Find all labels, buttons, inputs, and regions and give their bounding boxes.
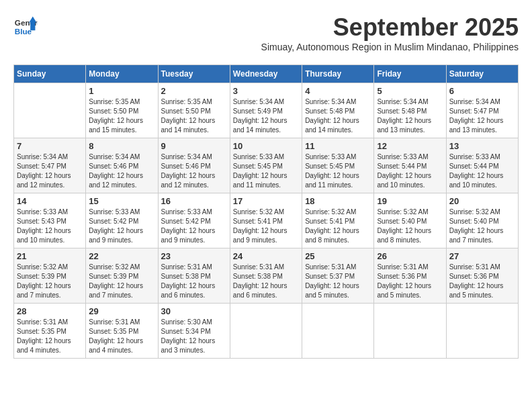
calendar-cell <box>446 304 518 359</box>
calendar-cell: 12Sunrise: 5:33 AM Sunset: 5:44 PM Dayli… <box>374 138 446 193</box>
col-header-friday: Friday <box>374 65 446 83</box>
day-number: 28 <box>17 306 83 316</box>
day-number: 14 <box>17 196 83 206</box>
day-number: 5 <box>377 86 443 96</box>
calendar-cell: 15Sunrise: 5:33 AM Sunset: 5:42 PM Dayli… <box>86 193 158 248</box>
week-row-5: 28Sunrise: 5:31 AM Sunset: 5:35 PM Dayli… <box>14 304 519 359</box>
calendar-cell: 18Sunrise: 5:32 AM Sunset: 5:41 PM Dayli… <box>302 193 374 248</box>
day-info: Sunrise: 5:34 AM Sunset: 5:48 PM Dayligh… <box>377 97 443 135</box>
day-number: 7 <box>17 141 83 151</box>
day-number: 24 <box>233 251 299 261</box>
calendar-cell: 29Sunrise: 5:31 AM Sunset: 5:35 PM Dayli… <box>86 304 158 359</box>
week-row-4: 21Sunrise: 5:32 AM Sunset: 5:39 PM Dayli… <box>14 248 519 304</box>
calendar-cell: 21Sunrise: 5:32 AM Sunset: 5:39 PM Dayli… <box>14 248 86 304</box>
calendar-cell: 9Sunrise: 5:34 AM Sunset: 5:46 PM Daylig… <box>158 138 230 193</box>
calendar-cell: 17Sunrise: 5:32 AM Sunset: 5:41 PM Dayli… <box>230 193 302 248</box>
day-info: Sunrise: 5:31 AM Sunset: 5:35 PM Dayligh… <box>89 318 154 355</box>
calendar-cell: 24Sunrise: 5:31 AM Sunset: 5:38 PM Dayli… <box>230 248 302 304</box>
calendar-cell: 10Sunrise: 5:33 AM Sunset: 5:45 PM Dayli… <box>230 138 302 193</box>
day-number: 12 <box>377 141 443 151</box>
day-info: Sunrise: 5:33 AM Sunset: 5:42 PM Dayligh… <box>161 208 227 245</box>
day-info: Sunrise: 5:34 AM Sunset: 5:49 PM Dayligh… <box>233 97 299 135</box>
day-number: 3 <box>233 86 299 96</box>
calendar-cell: 30Sunrise: 5:30 AM Sunset: 5:34 PM Dayli… <box>158 304 230 359</box>
day-number: 30 <box>161 306 227 316</box>
day-info: Sunrise: 5:34 AM Sunset: 5:47 PM Dayligh… <box>449 97 515 135</box>
day-number: 8 <box>89 141 154 151</box>
day-info: Sunrise: 5:31 AM Sunset: 5:38 PM Dayligh… <box>161 263 227 300</box>
day-info: Sunrise: 5:35 AM Sunset: 5:50 PM Dayligh… <box>161 97 227 135</box>
calendar-cell: 6Sunrise: 5:34 AM Sunset: 5:47 PM Daylig… <box>446 83 518 138</box>
day-info: Sunrise: 5:34 AM Sunset: 5:46 PM Dayligh… <box>89 152 154 190</box>
week-row-1: 1Sunrise: 5:35 AM Sunset: 5:50 PM Daylig… <box>14 83 519 138</box>
top-bar: General Blue September 2025 Simuay, Auto… <box>13 13 519 59</box>
day-number: 21 <box>17 251 83 261</box>
calendar-cell: 13Sunrise: 5:33 AM Sunset: 5:44 PM Dayli… <box>446 138 518 193</box>
day-info: Sunrise: 5:34 AM Sunset: 5:46 PM Dayligh… <box>161 152 227 190</box>
day-number: 19 <box>377 196 443 206</box>
calendar-cell: 27Sunrise: 5:31 AM Sunset: 5:36 PM Dayli… <box>446 248 518 304</box>
calendar-cell: 4Sunrise: 5:34 AM Sunset: 5:48 PM Daylig… <box>302 83 374 138</box>
calendar-cell: 28Sunrise: 5:31 AM Sunset: 5:35 PM Dayli… <box>14 304 86 359</box>
day-number: 4 <box>305 86 371 96</box>
day-number: 25 <box>305 251 371 261</box>
calendar-cell: 5Sunrise: 5:34 AM Sunset: 5:48 PM Daylig… <box>374 83 446 138</box>
col-header-saturday: Saturday <box>446 65 518 83</box>
svg-text:Blue: Blue <box>15 27 32 36</box>
calendar-cell: 19Sunrise: 5:32 AM Sunset: 5:40 PM Dayli… <box>374 193 446 248</box>
day-info: Sunrise: 5:33 AM Sunset: 5:45 PM Dayligh… <box>233 152 299 190</box>
subtitle: Simuay, Autonomous Region in Muslim Mind… <box>261 42 519 52</box>
day-info: Sunrise: 5:30 AM Sunset: 5:34 PM Dayligh… <box>161 318 227 355</box>
calendar-cell: 14Sunrise: 5:33 AM Sunset: 5:43 PM Dayli… <box>14 193 86 248</box>
day-info: Sunrise: 5:34 AM Sunset: 5:48 PM Dayligh… <box>305 97 371 135</box>
day-info: Sunrise: 5:32 AM Sunset: 5:39 PM Dayligh… <box>17 263 83 300</box>
day-info: Sunrise: 5:33 AM Sunset: 5:44 PM Dayligh… <box>377 152 443 190</box>
day-number: 27 <box>449 251 515 261</box>
col-header-tuesday: Tuesday <box>158 65 230 83</box>
day-info: Sunrise: 5:31 AM Sunset: 5:36 PM Dayligh… <box>377 263 443 300</box>
calendar-cell: 7Sunrise: 5:34 AM Sunset: 5:47 PM Daylig… <box>14 138 86 193</box>
week-row-2: 7Sunrise: 5:34 AM Sunset: 5:47 PM Daylig… <box>14 138 519 193</box>
day-number: 18 <box>305 196 371 206</box>
day-info: Sunrise: 5:32 AM Sunset: 5:40 PM Dayligh… <box>377 208 443 245</box>
col-header-thursday: Thursday <box>302 65 374 83</box>
day-info: Sunrise: 5:34 AM Sunset: 5:47 PM Dayligh… <box>17 152 83 190</box>
calendar-cell <box>302 304 374 359</box>
calendar-cell: 23Sunrise: 5:31 AM Sunset: 5:38 PM Dayli… <box>158 248 230 304</box>
day-info: Sunrise: 5:31 AM Sunset: 5:35 PM Dayligh… <box>17 318 83 355</box>
day-number: 6 <box>449 86 515 96</box>
day-info: Sunrise: 5:35 AM Sunset: 5:50 PM Dayligh… <box>89 97 154 135</box>
col-header-monday: Monday <box>86 65 158 83</box>
day-info: Sunrise: 5:33 AM Sunset: 5:43 PM Dayligh… <box>17 208 83 245</box>
logo-icon: General Blue <box>13 13 38 38</box>
day-info: Sunrise: 5:32 AM Sunset: 5:41 PM Dayligh… <box>305 208 371 245</box>
day-info: Sunrise: 5:32 AM Sunset: 5:40 PM Dayligh… <box>449 208 515 245</box>
col-header-wednesday: Wednesday <box>230 65 302 83</box>
day-number: 20 <box>449 196 515 206</box>
logo: General Blue <box>13 13 40 38</box>
day-info: Sunrise: 5:33 AM Sunset: 5:44 PM Dayligh… <box>449 152 515 190</box>
calendar-cell: 20Sunrise: 5:32 AM Sunset: 5:40 PM Dayli… <box>446 193 518 248</box>
col-header-sunday: Sunday <box>14 65 86 83</box>
title-section: September 2025 Simuay, Autonomous Region… <box>261 13 519 59</box>
day-info: Sunrise: 5:32 AM Sunset: 5:41 PM Dayligh… <box>233 208 299 245</box>
day-number: 2 <box>161 86 227 96</box>
day-number: 29 <box>89 306 154 316</box>
calendar-cell: 16Sunrise: 5:33 AM Sunset: 5:42 PM Dayli… <box>158 193 230 248</box>
calendar-cell: 22Sunrise: 5:32 AM Sunset: 5:39 PM Dayli… <box>86 248 158 304</box>
day-number: 23 <box>161 251 227 261</box>
day-number: 26 <box>377 251 443 261</box>
calendar-cell: 26Sunrise: 5:31 AM Sunset: 5:36 PM Dayli… <box>374 248 446 304</box>
day-number: 11 <box>305 141 371 151</box>
week-row-3: 14Sunrise: 5:33 AM Sunset: 5:43 PM Dayli… <box>14 193 519 248</box>
calendar-cell <box>230 304 302 359</box>
day-number: 17 <box>233 196 299 206</box>
calendar-cell <box>374 304 446 359</box>
day-number: 22 <box>89 251 154 261</box>
day-number: 13 <box>449 141 515 151</box>
day-number: 15 <box>89 196 154 206</box>
day-number: 16 <box>161 196 227 206</box>
calendar-cell: 25Sunrise: 5:31 AM Sunset: 5:37 PM Dayli… <box>302 248 374 304</box>
calendar-cell: 11Sunrise: 5:33 AM Sunset: 5:45 PM Dayli… <box>302 138 374 193</box>
header-row: SundayMondayTuesdayWednesdayThursdayFrid… <box>14 65 519 83</box>
